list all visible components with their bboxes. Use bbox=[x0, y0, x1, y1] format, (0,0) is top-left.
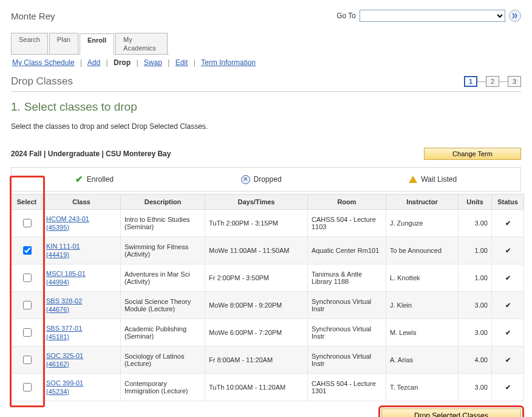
days-times-cell: MoWe 6:00PM - 7:20PM bbox=[205, 319, 308, 346]
room-cell: Synchronous Virtual Instr bbox=[308, 346, 386, 374]
class-link[interactable]: KIN 111-01(44419) bbox=[46, 242, 117, 259]
status-cell: ✔ bbox=[492, 374, 524, 401]
legend-dropped: Dropped bbox=[254, 175, 282, 184]
days-times-cell: TuTh 2:00PM - 3:15PM bbox=[205, 210, 308, 237]
step-title: 1.Select classes to drop bbox=[11, 100, 521, 114]
room-cell: Synchronous Virtual Instr bbox=[308, 292, 386, 319]
days-times-cell: MoWe 8:00PM - 9:20PM bbox=[205, 292, 308, 319]
status-cell: ✔ bbox=[492, 237, 524, 264]
class-link[interactable]: SOC 399-01(45234) bbox=[46, 379, 117, 396]
days-times-cell: Fr 2:00PM - 3:50PM bbox=[205, 264, 308, 292]
col-days-times: Days/Times bbox=[205, 195, 308, 210]
room-cell: CAHSS 504 - Lecture 1301 bbox=[308, 374, 386, 401]
step-indicator: 1 2 3 bbox=[464, 76, 521, 87]
step-2: 2 bbox=[486, 76, 499, 87]
dropped-icon: ✕ bbox=[241, 175, 250, 184]
page-heading: Drop Classes bbox=[11, 75, 73, 88]
select-checkbox[interactable] bbox=[23, 246, 32, 255]
table-row: SOC 399-01(45234)Contemporary Immigratio… bbox=[12, 374, 524, 401]
instructions: Select the classes to drop and select Dr… bbox=[11, 122, 521, 131]
subnav-add[interactable]: Add bbox=[87, 58, 100, 67]
tab-enroll[interactable]: Enroll bbox=[80, 33, 114, 55]
units-cell: 3.00 bbox=[459, 292, 492, 319]
col-class: Class bbox=[43, 195, 121, 210]
instructor-cell: J. Klein bbox=[386, 292, 459, 319]
status-cell: ✔ bbox=[492, 264, 524, 292]
room-cell: Tanimura & Antle Library 1188 bbox=[308, 264, 386, 292]
description-cell: Sociology of Latinos (Lecture) bbox=[121, 346, 205, 374]
goto-go-button[interactable] bbox=[509, 10, 521, 22]
subnav-drop: Drop bbox=[114, 58, 131, 67]
col-instructor: Instructor bbox=[386, 195, 459, 210]
col-description: Description bbox=[121, 195, 205, 210]
step-1: 1 bbox=[464, 76, 477, 87]
status-cell: ✔ bbox=[492, 319, 524, 346]
instructor-cell: L. Knottek bbox=[386, 264, 459, 292]
double-chevron-right-icon bbox=[512, 13, 518, 19]
units-cell: 4.00 bbox=[459, 346, 492, 374]
subnav-term-info[interactable]: Term Information bbox=[201, 58, 256, 67]
table-row: HCOM 243-01(45395)Intro to Ethnic Studie… bbox=[12, 210, 524, 237]
select-checkbox[interactable] bbox=[23, 219, 32, 227]
table-row: SOC 325-01(46162)Sociology of Latinos (L… bbox=[12, 346, 524, 374]
status-cell: ✔ bbox=[492, 346, 524, 374]
instructor-cell: M. Lewis bbox=[386, 319, 459, 346]
description-cell: Intro to Ethnic Studies (Seminar) bbox=[121, 210, 205, 237]
select-checkbox[interactable] bbox=[23, 274, 32, 282]
legend-enrolled: Enrolled bbox=[87, 175, 114, 184]
tab-my-academics[interactable]: My Academics bbox=[115, 33, 168, 54]
room-cell: Synchronous Virtual Instr bbox=[308, 319, 386, 346]
select-checkbox[interactable] bbox=[23, 383, 32, 391]
instructor-cell: To be Announced bbox=[386, 237, 459, 264]
col-room: Room bbox=[308, 195, 386, 210]
tab-search[interactable]: Search bbox=[11, 33, 48, 54]
class-link[interactable]: SBS 377-01(45181) bbox=[46, 324, 117, 341]
enrolled-icon: ✔ bbox=[75, 174, 83, 185]
table-row: SBS 328-02(44676)Social Science Theory M… bbox=[12, 292, 524, 319]
days-times-cell: MoWe 11:00AM - 11:50AM bbox=[205, 237, 308, 264]
units-cell: 1.00 bbox=[459, 264, 492, 292]
days-times-cell: Fr 8:00AM - 11:20AM bbox=[205, 346, 308, 374]
schedule-table: Select Class Description Days/Times Room… bbox=[11, 194, 524, 401]
main-tabs: Search Plan Enroll My Academics bbox=[11, 33, 169, 55]
class-link[interactable]: SOC 325-01(46162) bbox=[46, 351, 117, 368]
change-term-button[interactable]: Change Term bbox=[424, 148, 521, 160]
status-legend: ✔ Enrolled ✕ Dropped Wait Listed bbox=[11, 167, 521, 191]
select-checkbox[interactable] bbox=[23, 328, 32, 337]
col-status: Status bbox=[492, 195, 524, 210]
enroll-subnav: My Class Schedule | Add | Drop | Swap | … bbox=[12, 58, 521, 67]
room-cell: Aquatic Center Rm101 bbox=[308, 237, 386, 264]
select-checkbox[interactable] bbox=[23, 356, 32, 364]
description-cell: Academic Publishing (Seminar) bbox=[121, 319, 205, 346]
instructor-cell: T. Tezcan bbox=[386, 374, 459, 401]
waitlist-icon bbox=[409, 176, 417, 183]
table-row: SBS 377-01(45181)Academic Publishing (Se… bbox=[12, 319, 524, 346]
tab-plan[interactable]: Plan bbox=[49, 33, 78, 54]
col-units: Units bbox=[459, 195, 492, 210]
units-cell: 3.00 bbox=[459, 210, 492, 237]
units-cell: 3.00 bbox=[459, 319, 492, 346]
description-cell: Adventures in Mar Sci (Activity) bbox=[121, 264, 205, 292]
status-cell: ✔ bbox=[492, 292, 524, 319]
table-row: KIN 111-01(44419)Swimming for Fitness (A… bbox=[12, 237, 524, 264]
class-link[interactable]: HCOM 243-01(45395) bbox=[46, 215, 117, 232]
col-select: Select bbox=[12, 195, 43, 210]
room-cell: CAHSS 504 - Lecture 1103 bbox=[308, 210, 386, 237]
user-name: Monte Rey bbox=[11, 11, 55, 21]
description-cell: Contemporary Immigration (Lecture) bbox=[121, 374, 205, 401]
term-label: 2024 Fall | Undergraduate | CSU Monterey… bbox=[11, 150, 171, 158]
instructor-cell: A. Arias bbox=[386, 346, 459, 374]
subnav-edit[interactable]: Edit bbox=[176, 58, 188, 67]
drop-selected-button[interactable]: Drop Selected Classes bbox=[381, 408, 521, 417]
legend-waitlisted: Wait Listed bbox=[421, 175, 457, 184]
goto-select[interactable] bbox=[360, 10, 505, 22]
class-link[interactable]: SBS 328-02(44676) bbox=[46, 297, 117, 314]
goto-label: Go To bbox=[336, 12, 356, 20]
status-cell: ✔ bbox=[492, 210, 524, 237]
days-times-cell: TuTh 10:00AM - 11:20AM bbox=[205, 374, 308, 401]
class-link[interactable]: MSCI 185-01(44994) bbox=[46, 269, 117, 286]
subnav-schedule[interactable]: My Class Schedule bbox=[12, 58, 75, 67]
description-cell: Swimming for Fitness (Activity) bbox=[121, 237, 205, 264]
select-checkbox[interactable] bbox=[23, 301, 32, 309]
subnav-swap[interactable]: Swap bbox=[144, 58, 162, 67]
